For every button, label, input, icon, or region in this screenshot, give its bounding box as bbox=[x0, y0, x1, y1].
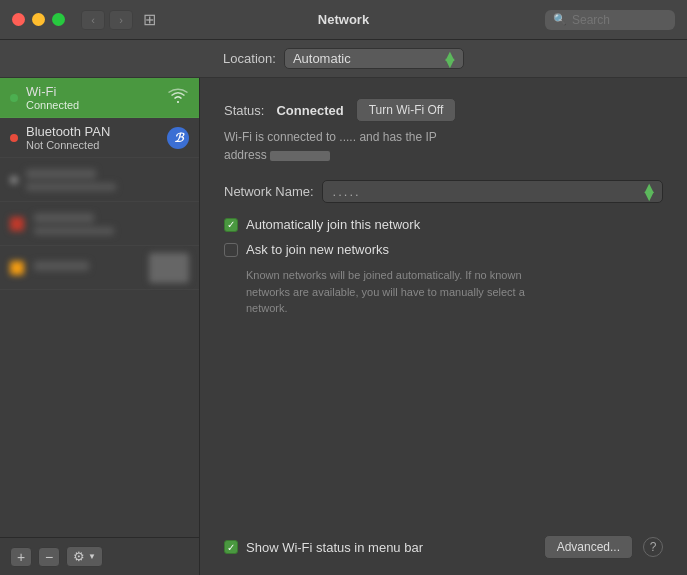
ask-join-label: Ask to join new networks bbox=[246, 242, 389, 257]
bluetooth-item-name: Bluetooth PAN bbox=[26, 124, 159, 139]
wifi-item-name: Wi-Fi bbox=[26, 84, 159, 99]
ask-join-checkbox[interactable] bbox=[224, 243, 238, 257]
titlebar: ‹ › ⊞ Network 🔍 bbox=[0, 0, 687, 40]
bluetooth-item-status: Not Connected bbox=[26, 139, 159, 151]
show-wifi-label: Show Wi-Fi status in menu bar bbox=[246, 540, 423, 555]
status-row: Status: Connected Turn Wi-Fi Off bbox=[224, 98, 663, 122]
bluetooth-item-text: Bluetooth PAN Not Connected bbox=[26, 124, 159, 151]
main-area: Wi-Fi Connected Bluetooth PAN bbox=[0, 78, 687, 575]
show-wifi-row: ✓ Show Wi-Fi status in menu bar bbox=[224, 540, 423, 555]
bluetooth-status-dot bbox=[10, 134, 18, 142]
wifi-status-dot bbox=[10, 94, 18, 102]
location-select[interactable]: Automatic bbox=[284, 48, 464, 69]
content-panel: Status: Connected Turn Wi-Fi Off Wi-Fi i… bbox=[200, 78, 687, 575]
sidebar-item-blurred-3[interactable] bbox=[0, 246, 199, 290]
auto-join-checkbox[interactable]: ✓ bbox=[224, 218, 238, 232]
sidebar-bottom: + − ⚙ ▼ bbox=[0, 537, 199, 575]
gear-icon: ⚙ bbox=[73, 549, 85, 564]
wifi-signal-icon bbox=[167, 88, 189, 107]
bottom-row: ✓ Show Wi-Fi status in menu bar Advanced… bbox=[224, 535, 663, 559]
help-button[interactable]: ? bbox=[643, 537, 663, 557]
auto-join-label: Automatically join this network bbox=[246, 217, 420, 232]
advanced-button[interactable]: Advanced... bbox=[544, 535, 633, 559]
show-wifi-checkmark-icon: ✓ bbox=[227, 542, 235, 553]
gear-chevron-icon: ▼ bbox=[88, 552, 96, 561]
minimize-button[interactable] bbox=[32, 13, 45, 26]
sidebar-item-blurred-2[interactable] bbox=[0, 202, 199, 246]
grid-button[interactable]: ⊞ bbox=[143, 10, 156, 29]
status-label: Status: bbox=[224, 103, 264, 118]
hint-text: Known networks will be joined automatica… bbox=[246, 267, 566, 317]
show-wifi-checkbox[interactable]: ✓ bbox=[224, 540, 238, 554]
network-name-input[interactable] bbox=[322, 180, 663, 203]
sidebar-item-wifi[interactable]: Wi-Fi Connected bbox=[0, 78, 199, 118]
traffic-lights bbox=[12, 13, 65, 26]
bluetooth-icon: ℬ bbox=[167, 127, 189, 149]
maximize-button[interactable] bbox=[52, 13, 65, 26]
network-name-label: Network Name: bbox=[224, 184, 314, 199]
turn-wifi-off-button[interactable]: Turn Wi-Fi Off bbox=[356, 98, 457, 122]
wifi-description: Wi-Fi is connected to ..... and has the … bbox=[224, 128, 663, 164]
close-button[interactable] bbox=[12, 13, 25, 26]
nav-buttons: ‹ › bbox=[81, 10, 133, 30]
sidebar: Wi-Fi Connected Bluetooth PAN bbox=[0, 78, 200, 575]
location-bar: Location: Automatic ▲ ▼ bbox=[0, 40, 687, 78]
sidebar-list: Wi-Fi Connected Bluetooth PAN bbox=[0, 78, 199, 537]
search-input[interactable] bbox=[572, 13, 662, 27]
network-name-row: Network Name: ▲ ▼ bbox=[224, 180, 663, 203]
gear-menu-button[interactable]: ⚙ ▼ bbox=[66, 546, 103, 567]
search-icon: 🔍 bbox=[553, 13, 567, 26]
auto-join-row: ✓ Automatically join this network bbox=[224, 217, 663, 232]
add-network-button[interactable]: + bbox=[10, 547, 32, 567]
ip-address-blurred bbox=[270, 151, 330, 161]
search-box: 🔍 bbox=[545, 10, 675, 30]
checkmark-icon: ✓ bbox=[227, 219, 235, 230]
network-name-wrapper: ▲ ▼ bbox=[322, 180, 663, 203]
status-value: Connected bbox=[276, 103, 343, 118]
forward-button[interactable]: › bbox=[109, 10, 133, 30]
window-title: Network bbox=[318, 12, 369, 27]
wifi-item-status: Connected bbox=[26, 99, 159, 111]
sidebar-item-bluetooth[interactable]: Bluetooth PAN Not Connected ℬ bbox=[0, 118, 199, 158]
remove-network-button[interactable]: − bbox=[38, 547, 60, 567]
sidebar-item-blurred-1[interactable] bbox=[0, 158, 199, 202]
ask-join-row: Ask to join new networks bbox=[224, 242, 663, 257]
location-label: Location: bbox=[223, 51, 276, 66]
location-wrapper: Automatic ▲ ▼ bbox=[284, 48, 464, 69]
wifi-item-text: Wi-Fi Connected bbox=[26, 84, 159, 111]
back-button[interactable]: ‹ bbox=[81, 10, 105, 30]
